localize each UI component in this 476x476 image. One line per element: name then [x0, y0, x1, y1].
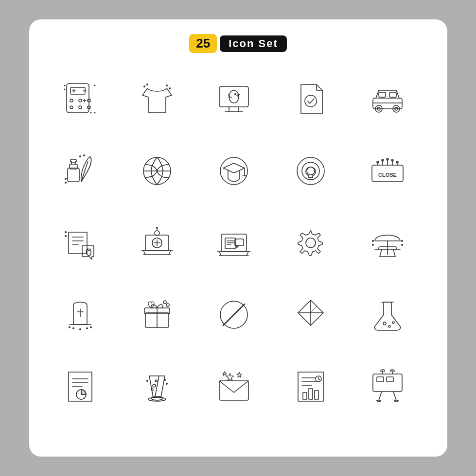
- svg-point-144: [146, 380, 148, 382]
- svg-point-138: [153, 384, 156, 387]
- icon-gear: [279, 211, 342, 274]
- icon-star-mail: [202, 355, 265, 418]
- svg-point-21: [143, 85, 145, 87]
- icon-merry-go-round: [356, 211, 419, 274]
- svg-point-12: [94, 85, 95, 86]
- svg-point-43: [65, 182, 67, 184]
- icon-chat-fire: [49, 211, 112, 274]
- svg-point-6: [79, 106, 82, 109]
- icon-close-sign: CLOSE: [356, 139, 419, 203]
- icon-gift: [125, 283, 189, 346]
- svg-point-9: [64, 89, 65, 90]
- svg-point-11: [94, 112, 95, 114]
- header: 25 Icon Set: [189, 34, 287, 53]
- svg-point-19: [169, 87, 171, 89]
- icons-grid: CLOSE: [49, 68, 428, 418]
- svg-point-140: [151, 389, 153, 391]
- svg-point-120: [166, 304, 169, 306]
- svg-rect-37: [68, 168, 79, 182]
- svg-line-122: [223, 304, 245, 325]
- svg-point-46: [83, 154, 85, 156]
- svg-point-106: [372, 244, 374, 246]
- svg-marker-147: [237, 372, 242, 377]
- icon-monitor-egg: [202, 68, 265, 131]
- title-badge: Icon Set: [220, 35, 287, 52]
- svg-point-20: [146, 84, 148, 85]
- svg-point-54: [302, 162, 319, 180]
- svg-point-2: [70, 99, 73, 102]
- svg-rect-160: [387, 377, 393, 382]
- svg-marker-148: [223, 372, 227, 375]
- svg-line-78: [169, 251, 171, 255]
- icon-flask: [356, 283, 419, 346]
- icon-tshirt: [125, 68, 189, 131]
- svg-line-163: [379, 391, 382, 400]
- svg-point-5: [70, 106, 73, 109]
- svg-line-164: [393, 391, 396, 400]
- svg-rect-22: [219, 86, 248, 107]
- svg-point-55: [307, 167, 315, 175]
- icon-calculator: [49, 68, 112, 131]
- svg-point-139: [155, 380, 157, 382]
- svg-point-3: [79, 99, 82, 102]
- svg-point-129: [392, 322, 394, 323]
- svg-rect-154: [315, 391, 318, 399]
- svg-point-18: [166, 85, 168, 86]
- svg-rect-159: [377, 377, 384, 382]
- icon-grave: [49, 283, 112, 346]
- svg-point-143: [166, 383, 168, 385]
- svg-line-125: [311, 306, 317, 313]
- svg-line-77: [143, 251, 145, 255]
- icon-idea-target: [279, 139, 342, 203]
- icon-drink-glass: [125, 355, 189, 418]
- svg-point-128: [388, 325, 390, 327]
- icon-laptop-gift: [125, 211, 189, 274]
- icon-approved-doc: [279, 68, 342, 131]
- svg-point-27: [234, 93, 236, 95]
- svg-point-10: [90, 112, 91, 114]
- icon-graduation: [202, 139, 265, 203]
- svg-rect-30: [379, 92, 386, 97]
- svg-rect-145: [219, 381, 248, 400]
- icon-chart-doc: [279, 355, 342, 418]
- svg-point-142: [164, 379, 166, 381]
- svg-marker-50: [223, 163, 245, 173]
- svg-point-74: [65, 235, 67, 237]
- svg-rect-152: [303, 392, 307, 399]
- svg-point-45: [79, 155, 81, 157]
- icon-kite: [279, 283, 342, 346]
- svg-point-114: [86, 327, 88, 329]
- icon-car: [356, 68, 419, 131]
- svg-point-26: [229, 90, 239, 103]
- svg-line-100: [393, 250, 395, 256]
- icon-globe-basketball: [125, 139, 189, 203]
- icon-report-doc: [49, 355, 112, 418]
- svg-point-8: [64, 85, 65, 86]
- icon-ink-pen: [49, 139, 112, 203]
- svg-rect-153: [309, 389, 313, 399]
- svg-point-73: [65, 231, 67, 233]
- svg-point-119: [163, 301, 166, 304]
- svg-point-104: [372, 240, 374, 242]
- svg-point-111: [69, 326, 71, 328]
- svg-point-107: [401, 244, 403, 246]
- svg-point-113: [79, 328, 81, 330]
- icon-laptop-chat: [202, 211, 265, 274]
- svg-point-112: [72, 327, 74, 329]
- svg-marker-146: [226, 373, 234, 381]
- number-badge: 25: [189, 34, 217, 53]
- svg-rect-31: [389, 92, 396, 97]
- svg-point-85: [156, 227, 158, 229]
- svg-point-96: [306, 238, 316, 248]
- svg-rect-29: [373, 98, 402, 109]
- svg-line-99: [380, 250, 382, 256]
- svg-text:CLOSE: CLOSE: [378, 172, 397, 178]
- svg-point-115: [90, 326, 92, 328]
- svg-line-89: [247, 252, 248, 255]
- svg-point-44: [65, 178, 67, 180]
- svg-point-105: [401, 240, 403, 242]
- svg-rect-91: [225, 238, 236, 249]
- icon-projector: [356, 355, 419, 418]
- svg-point-28: [305, 95, 317, 107]
- svg-point-53: [297, 157, 324, 185]
